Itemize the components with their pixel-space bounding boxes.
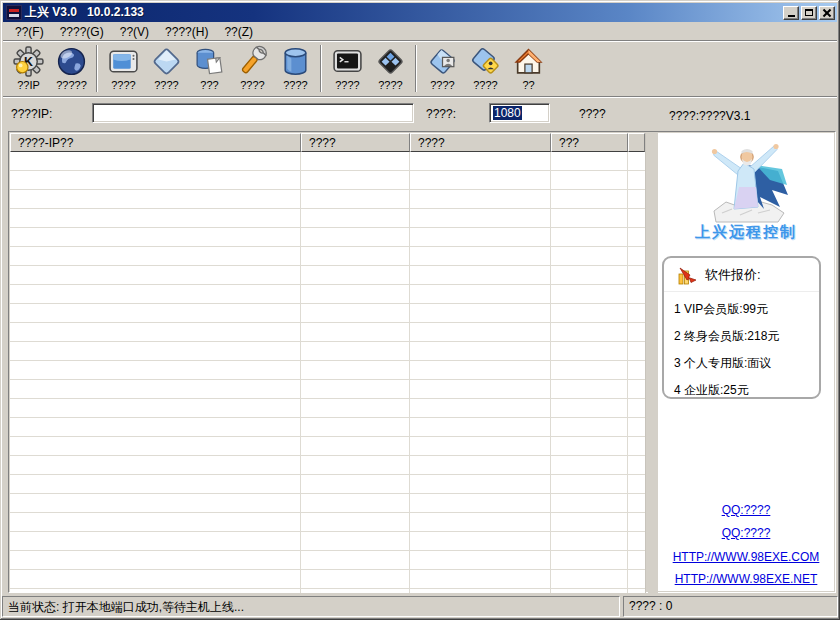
- qq-link-2[interactable]: QQ:????: [658, 526, 834, 540]
- toolbar: K ??IP ????? ????: [3, 43, 837, 96]
- pricing-item: 2 终身会员版:218元: [664, 323, 819, 350]
- menu-tools[interactable]: ????(G): [52, 24, 112, 40]
- toolbar-label: ????: [283, 79, 307, 91]
- port-selected-text: 1080: [493, 106, 522, 120]
- toolbar-label: ???: [200, 79, 218, 91]
- wizard-mascot-image: [692, 139, 800, 223]
- home-icon: [512, 45, 545, 78]
- status-host-count: ???? : 0: [623, 596, 838, 617]
- toolbar-button-keyboard[interactable]: ????: [369, 44, 412, 91]
- table-scrollbar[interactable]: [648, 133, 658, 593]
- grid-line: [409, 152, 410, 593]
- column-header-2[interactable]: ????: [301, 133, 410, 152]
- close-icon: [823, 9, 831, 17]
- toolbar-button-terminal[interactable]: ????: [326, 44, 369, 91]
- toolbar-label: ????: [335, 79, 359, 91]
- diamond-icon: [150, 45, 183, 78]
- toolbar-label: ?????: [56, 79, 87, 91]
- pricing-item: 1 VIP会员版:99元: [664, 296, 819, 323]
- column-header-4[interactable]: ???: [551, 133, 628, 152]
- toolbar-button-online-hosts[interactable]: ?????: [50, 44, 93, 91]
- price-chart-icon: [676, 264, 698, 286]
- window-title: 上兴 V3.0 10.0.2.133: [25, 4, 144, 21]
- menu-separator: [3, 40, 837, 42]
- user-diamond-icon: [469, 45, 502, 78]
- toolbar-button-database[interactable]: ????: [274, 44, 317, 91]
- app-logo-icon: [6, 5, 22, 20]
- maximize-button[interactable]: [801, 6, 817, 20]
- minimize-button[interactable]: [783, 6, 799, 20]
- menu-file[interactable]: ??(F): [7, 24, 52, 40]
- toolbar-label: ??: [522, 79, 534, 91]
- grid-line: [550, 152, 551, 593]
- statusbar: 当前状态: 打开本地端口成功,等待主机上线... ???? : 0: [2, 596, 838, 617]
- toolbar-button-files[interactable]: ???: [188, 44, 231, 91]
- status-message: 当前状态: 打开本地端口成功,等待主机上线...: [2, 596, 620, 617]
- toolbar-label: ??IP: [17, 79, 40, 91]
- menu-about[interactable]: ??(Z): [216, 24, 261, 40]
- column-header-empty: [628, 133, 645, 152]
- port-input[interactable]: 1080: [489, 103, 550, 123]
- toolbar-button-settings[interactable]: ????: [231, 44, 274, 91]
- toolbar-button-screen[interactable]: ????: [102, 44, 145, 91]
- pricing-item: 4 企业版:25元: [664, 377, 819, 404]
- local-ip-input[interactable]: [92, 103, 414, 123]
- photo-diamond-icon: [426, 45, 459, 78]
- toolbar-label: ????: [473, 79, 497, 91]
- monitor-icon: [107, 45, 140, 78]
- pricing-item: 3 个人专用版:面议: [664, 350, 819, 377]
- pricing-header: 软件报价:: [664, 258, 819, 292]
- menu-view[interactable]: ??(V): [112, 24, 157, 40]
- file-transfer-icon: [193, 45, 226, 78]
- version-text: ????:????V3.1: [669, 109, 750, 123]
- toolbar-button-build-server[interactable]: ????: [464, 44, 507, 91]
- sidebar: 上兴远程控制 软件报价: 1 VIP会员版:99元 2 终身会员版:218元 3…: [658, 133, 834, 591]
- toolbar-label: ????: [111, 79, 135, 91]
- wrench-icon: [236, 45, 269, 78]
- toolbar-separator: [415, 45, 417, 92]
- host-list-table[interactable]: ????-IP?? ???? ???? ???: [10, 133, 646, 593]
- titlebar[interactable]: 上兴 V3.0 10.0.2.133: [3, 3, 837, 22]
- connect-bar: ????IP: ????: 1080 ???? ????:????V3.1: [3, 98, 837, 131]
- website-link-com[interactable]: HTTP://WWW.98EXE.COM: [658, 550, 834, 564]
- pricing-items: 1 VIP会员版:99元 2 终身会员版:218元 3 个人专用版:面议 4 企…: [664, 292, 819, 404]
- port-label: ????:: [426, 107, 456, 121]
- globe-icon: [55, 45, 88, 78]
- menu-help[interactable]: ????(H): [157, 24, 216, 40]
- grid-line: [627, 152, 628, 593]
- gear-icon: K: [12, 45, 45, 78]
- pricing-box: 软件报价: 1 VIP会员版:99元 2 终身会员版:218元 3 个人专用版:…: [662, 256, 821, 399]
- keyboard-icon: [374, 45, 407, 78]
- window-controls: [781, 6, 835, 20]
- toolbar-label: ????: [378, 79, 402, 91]
- database-icon: [279, 45, 312, 78]
- brand-text: 上兴远程控制: [658, 223, 834, 242]
- maximize-icon: [805, 9, 813, 16]
- toolbar-label: ????: [430, 79, 454, 91]
- host-list-header-row: ????-IP?? ???? ???? ???: [10, 133, 645, 152]
- pricing-title: 软件报价:: [705, 266, 761, 284]
- toolbar-label: ????: [154, 79, 178, 91]
- toolbar-button-control[interactable]: ????: [145, 44, 188, 91]
- app-window: 上兴 V3.0 10.0.2.133 ??(F) ????(G) ??(V) ?…: [0, 0, 840, 620]
- listen-button[interactable]: ????: [579, 107, 606, 121]
- toolbar-button-query-ip[interactable]: K ??IP: [7, 44, 50, 91]
- toolbar-label: ????: [240, 79, 264, 91]
- terminal-icon: [331, 45, 364, 78]
- host-list-body[interactable]: [10, 152, 645, 593]
- toolbar-separator: [96, 45, 98, 92]
- toolbar-button-home[interactable]: ??: [507, 44, 550, 91]
- menubar: ??(F) ????(G) ??(V) ????(H) ??(Z): [3, 23, 837, 40]
- minimize-icon: [788, 15, 795, 17]
- toolbar-button-snapshot[interactable]: ????: [421, 44, 464, 91]
- local-ip-label: ????IP:: [11, 107, 52, 121]
- column-header-3[interactable]: ????: [410, 133, 551, 152]
- column-header-host-ip[interactable]: ????-IP??: [10, 133, 301, 152]
- close-button[interactable]: [819, 6, 835, 20]
- toolbar-separator: [320, 45, 322, 92]
- qq-link-1[interactable]: QQ:????: [658, 503, 834, 517]
- grid-line: [300, 152, 301, 593]
- main-panel: ????-IP?? ???? ???? ???: [8, 131, 836, 593]
- website-link-net[interactable]: HTTP://WWW.98EXE.NET: [658, 572, 834, 586]
